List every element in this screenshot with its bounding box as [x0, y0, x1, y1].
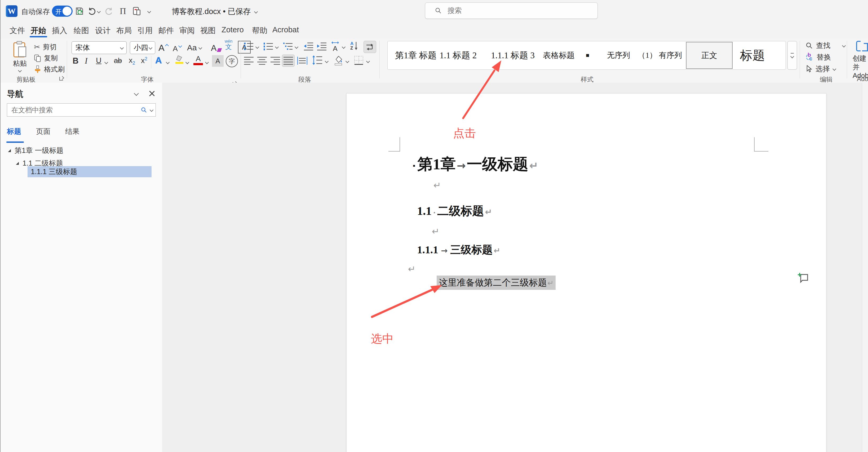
navtab-pages[interactable]: 页面 — [36, 127, 50, 136]
bullets-button[interactable] — [244, 42, 254, 52]
undo-icon[interactable] — [87, 6, 97, 17]
touch-mouse-mode-icon[interactable] — [131, 6, 142, 17]
text-effects-button[interactable]: A — [155, 55, 162, 65]
show-hide-marks-button[interactable] — [364, 41, 376, 53]
highlight-chevron-icon[interactable] — [185, 60, 189, 64]
tab-layout[interactable]: 布局 — [116, 25, 132, 36]
style-table-caption[interactable]: 表格标题 — [543, 41, 575, 69]
adobe-create-share-icon[interactable] — [855, 40, 868, 55]
highlight-button[interactable] — [174, 55, 184, 65]
style-normal-selected[interactable]: 正文 — [686, 42, 733, 69]
global-search[interactable] — [425, 2, 598, 19]
tab-file[interactable]: 文件 — [9, 25, 25, 36]
borders-button[interactable] — [354, 56, 364, 66]
sort-button[interactable]: AZ — [350, 41, 358, 50]
multilevel-chevron-icon[interactable] — [294, 45, 298, 49]
style-square-preview[interactable]: ■ — [586, 41, 589, 69]
doc-heading2[interactable]: 1.1·二级标题↵ — [417, 203, 492, 219]
tab-help[interactable]: 帮助 — [252, 25, 267, 36]
shrink-font-button[interactable]: A — [173, 41, 182, 53]
copy-button[interactable]: 复制 — [34, 54, 58, 63]
change-case-button[interactable]: Aa — [187, 42, 202, 54]
tab-acrobat[interactable]: Acrobat — [272, 25, 299, 34]
tree-item-h3-selected[interactable]: 1.1.1 三级标题 — [28, 166, 152, 177]
format-painter-button[interactable]: 格式刷 — [34, 65, 65, 74]
tab-design[interactable]: 设计 — [95, 25, 111, 36]
tree-item-h1[interactable]: 第1章 一级标题 — [8, 146, 64, 155]
undo-chevron-icon[interactable] — [97, 9, 101, 13]
tab-references[interactable]: 引用 — [137, 25, 153, 36]
navpane-close-icon[interactable] — [148, 90, 155, 97]
font-color-button[interactable]: A — [193, 55, 203, 65]
navpane-search-input[interactable] — [11, 106, 141, 115]
bullets-chevron-icon[interactable] — [255, 45, 259, 49]
underline-chevron-icon[interactable] — [104, 60, 108, 64]
cut-button[interactable]: ✂ 剪切 — [34, 42, 56, 52]
quick-access-chevron-icon[interactable] — [147, 9, 151, 13]
style-heading1[interactable]: 第1章 标题 — [395, 41, 437, 69]
tree-expand-icon[interactable] — [16, 162, 19, 165]
multilevel-list-button[interactable] — [283, 42, 293, 52]
numbering-button[interactable] — [264, 42, 273, 52]
shading-chevron-icon[interactable] — [345, 59, 349, 63]
justify-button[interactable] — [282, 55, 294, 67]
vertical-scrollbar[interactable] — [862, 83, 868, 452]
distribute-button[interactable] — [297, 56, 307, 66]
add-comment-button[interactable] — [798, 272, 809, 284]
subscript-button[interactable]: x2 — [129, 56, 135, 66]
grow-font-button[interactable]: A — [158, 41, 168, 53]
navpane-search[interactable] — [7, 103, 156, 117]
shading-button[interactable] — [333, 55, 343, 67]
italic-button[interactable]: I — [85, 56, 87, 66]
replace-button[interactable]: b c 替换 — [805, 53, 831, 62]
search-input[interactable] — [447, 6, 575, 15]
tab-home[interactable]: 开始 — [31, 25, 46, 36]
line-spacing-chevron-icon[interactable] — [325, 59, 329, 63]
superscript-button[interactable]: x2 — [141, 56, 147, 65]
align-left-button[interactable] — [244, 56, 254, 66]
font-size-select[interactable]: 小四 — [130, 41, 155, 54]
tab-draw[interactable]: 绘图 — [74, 25, 89, 36]
character-shading-button[interactable]: A — [212, 55, 224, 67]
doc-selected-paragraph[interactable]: 这里准备做第二个三级标题↵ — [437, 275, 556, 290]
navpane-search-icon[interactable] — [141, 107, 147, 113]
clipboard-dialog-launcher-icon[interactable] — [59, 76, 64, 81]
equation-icon[interactable]: Π — [118, 6, 128, 17]
navpane-chevron-icon[interactable] — [134, 91, 138, 96]
navpane-search-chevron-icon[interactable] — [150, 108, 153, 112]
enclose-characters-button[interactable]: 字 — [226, 55, 238, 67]
doc-heading1[interactable]: ▪第1章→一级标题↵ — [413, 154, 538, 175]
font-color-chevron-icon[interactable] — [205, 60, 209, 64]
font-name-select[interactable]: 宋体 — [71, 41, 127, 54]
paste-button[interactable]: 粘贴 — [8, 41, 32, 75]
tab-review[interactable]: 审阅 — [179, 25, 195, 36]
align-center-button[interactable] — [257, 56, 267, 66]
phonetic-guide-button[interactable]: wén 文 — [225, 39, 232, 50]
navtab-results[interactable]: 结果 — [65, 127, 80, 136]
character-scaling-button[interactable]: A — [331, 41, 339, 52]
scaling-chevron-icon[interactable] — [342, 45, 345, 49]
line-spacing-button[interactable] — [312, 55, 323, 66]
text-effects-chevron-icon[interactable] — [166, 60, 169, 64]
style-ordered-list[interactable]: （1） 有序列 — [638, 41, 682, 69]
style-unordered-list[interactable]: 无序列 — [607, 41, 630, 69]
tab-zotero[interactable]: Zotero — [221, 25, 244, 34]
tab-view[interactable]: 视图 — [200, 25, 216, 36]
clear-formatting-button[interactable]: A — [211, 41, 221, 53]
save-icon[interactable] — [74, 6, 85, 17]
strikethrough-button[interactable]: ab — [114, 57, 122, 65]
align-right-button[interactable] — [270, 56, 280, 66]
autosave-toggle[interactable]: 开 — [52, 6, 72, 17]
navtab-headings[interactable]: 标题 — [7, 127, 21, 136]
find-button[interactable]: 查找 — [805, 41, 845, 50]
numbering-chevron-icon[interactable] — [275, 45, 279, 49]
select-button[interactable]: 选择 — [805, 64, 836, 74]
underline-button[interactable]: U — [96, 56, 101, 65]
document-title[interactable]: 博客教程.docx • 已保存 — [172, 6, 257, 17]
style-heading2[interactable]: 1.1 标题 2 — [440, 41, 477, 69]
tab-insert[interactable]: 插入 — [52, 25, 67, 36]
styles-gallery-more-button[interactable] — [787, 41, 797, 70]
document-page[interactable]: ▪第1章→一级标题↵ ↵ 1.1·二级标题↵ ↵ 1.1.1→三级标题↵ ↵ 这… — [346, 93, 827, 452]
style-heading3[interactable]: 1.1.1 标题 3 — [491, 41, 535, 69]
bold-button[interactable]: B — [72, 56, 79, 66]
